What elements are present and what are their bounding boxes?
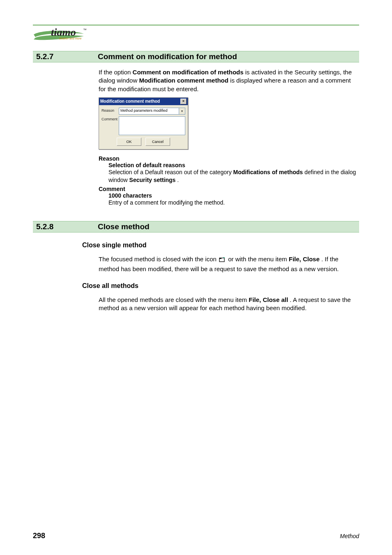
reason-value: Method parameters modified (119, 108, 179, 114)
dialog-title-text: Modification comment method (100, 99, 160, 104)
close-all-text: All the opened methods are closed with t… (99, 296, 359, 313)
section-heading-528: 5.2.8 Close method (33, 221, 359, 233)
reason-dropdown[interactable]: Method parameters modified ▼ (119, 108, 185, 115)
term-reason: Reason (99, 155, 359, 162)
dialog-titlebar: Modification comment method × (99, 98, 188, 105)
text: or with the menu item (228, 256, 289, 263)
reason-description: Selection of a Default reason out of the… (108, 168, 359, 184)
comment-subheading: 1000 characters (108, 192, 359, 199)
brand-logo: tiamo ™ titration and more (33, 27, 359, 44)
comment-textarea[interactable] (119, 116, 185, 135)
close-method-icon (219, 256, 226, 265)
section-number: 5.2.8 (36, 222, 77, 231)
section-number: 5.2.7 (36, 52, 77, 61)
svg-rect-1 (219, 258, 221, 259)
close-single-heading: Close single method (82, 242, 359, 249)
intro-paragraph: If the option Comment on modification of… (99, 68, 359, 93)
text: If the option (99, 69, 133, 76)
close-all-heading: Close all methods (82, 282, 359, 290)
trademark-symbol: ™ (83, 28, 87, 32)
text: All the opened methods are closed with t… (99, 296, 249, 303)
ok-button[interactable]: OK (117, 138, 141, 146)
modification-comment-dialog: Modification comment method × Reason Met… (99, 97, 188, 150)
text-bold: File, Close (289, 256, 320, 263)
section-title: Comment on modification for method (98, 52, 237, 61)
text-bold: Comment on modification of methods (133, 69, 244, 76)
text: The focused method is closed with the ic… (99, 256, 218, 263)
reason-subheading: Selection of default reasons (108, 162, 359, 168)
term-comment: Comment (99, 186, 359, 192)
definition-list: Reason Selection of default reasons Sele… (99, 155, 359, 207)
text-bold: Modifications of methods (233, 169, 303, 175)
page-number: 298 (33, 532, 45, 540)
section-heading-527: 5.2.7 Comment on modification for method (33, 51, 359, 62)
comment-description: Entry of a comment for modifying the met… (108, 199, 359, 207)
section-title: Close method (98, 222, 150, 231)
reason-label: Reason (101, 108, 117, 113)
text-bold: Security settings (129, 177, 176, 183)
close-icon[interactable]: × (180, 99, 187, 104)
page-footer: 298 Method (33, 532, 359, 540)
comment-label: Comment (101, 116, 117, 121)
text-bold: Modification comment method (139, 77, 228, 84)
button-label: OK (126, 140, 131, 144)
brand-tagline: titration and more (59, 37, 81, 40)
chevron-down-icon[interactable]: ▼ (179, 108, 185, 114)
text: . (177, 177, 179, 183)
footer-category: Method (340, 533, 359, 539)
text: Selection of a Default reason out of the… (108, 169, 233, 175)
cancel-button[interactable]: Cancel (145, 138, 170, 146)
close-single-text: The focused method is closed with the ic… (99, 255, 359, 273)
button-label: Cancel (152, 140, 164, 144)
text-bold: File, Close all (249, 296, 288, 303)
header-rule (33, 25, 359, 25)
